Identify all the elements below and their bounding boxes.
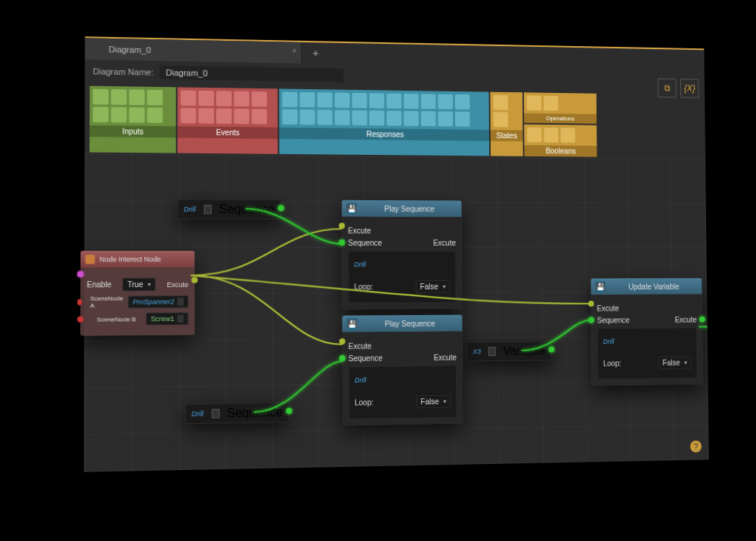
play1-sequence-in[interactable] [339,240,345,246]
play2-loop-label: Loop: [355,398,373,407]
play2-out-label: Excute [434,354,457,362]
group-responses[interactable]: Responses [279,88,489,156]
seq2-label: Sequence [227,406,283,420]
group-states[interactable]: States [490,92,522,156]
group-responses-label: Responses [279,128,489,141]
var-item: X3 [472,348,481,355]
doc-icon [212,409,219,418]
group-states-label: States [491,130,523,141]
play2-sequence-in[interactable] [339,355,345,361]
group-events[interactable]: Events [178,87,278,153]
update-out-label: Excute [675,316,697,324]
save-icon: 💾 [595,281,606,292]
group-operations[interactable]: Operations [524,92,596,123]
play1-loop-select[interactable]: False [416,280,451,293]
node-interect[interactable]: Node Interect Node EnableTrueExcute Scen… [80,251,194,335]
port-sceneA[interactable] [77,299,82,305]
play1-out-label: Excute [433,239,456,247]
play1-loop-label: Loop: [354,283,373,291]
seq1-item: Drill [184,206,196,213]
update-title: Update Variable [609,282,697,290]
enable-select[interactable]: True [122,278,156,292]
update-loop-select[interactable]: False [658,357,692,369]
update-item: Drill [603,338,615,345]
play1-item: Drill [354,261,366,268]
node-interect-title: Node Interect Node [100,255,161,263]
play1-excute-in[interactable] [339,223,345,229]
play2-item: Drill [355,376,367,384]
node-icon [85,255,95,264]
doc-icon [488,347,496,356]
var-out-port[interactable] [548,346,554,352]
group-right-col: Operations Booleans [524,92,597,156]
label-sceneA: SceneNode A [90,295,123,309]
diagram-name-input[interactable] [160,66,343,82]
tab-diagram[interactable]: Diagram_0 × [85,38,302,63]
update-loop-label: Loop: [603,359,621,367]
port-enable-in[interactable] [77,271,83,277]
seq2-out-port[interactable] [286,408,292,414]
tab-add-button[interactable]: + [302,47,329,60]
save-icon: 💾 [347,318,358,329]
sceneB-value[interactable]: Screw1 [146,313,188,326]
group-inputs[interactable]: Inputs [89,86,175,153]
sequence-chip-2[interactable]: Drill Sequence [185,403,289,425]
port-excute-out[interactable] [191,277,197,283]
tab-close-icon[interactable]: × [292,47,296,55]
update-excute-label: Excute [596,305,618,313]
seq1-out-port[interactable] [277,205,284,211]
group-booleans[interactable]: Booleans [524,125,596,157]
seq1-label: Sequence [219,202,274,217]
play1-excute-label: Excute [348,227,371,235]
tab-title: Diagram_0 [109,45,151,54]
seq2-item: Drill [191,410,203,417]
node-play-sequence-1[interactable]: 💾Play Sequence Excute SequenceExcute Dri… [342,200,462,310]
label-sceneB: SceneNode B [97,316,136,323]
save-icon: 💾 [346,203,357,214]
sceneA-value[interactable]: ProSpanner2 [128,295,188,308]
play2-title: Play Sequence [362,319,458,328]
play2-excute-in[interactable] [339,339,345,345]
play1-seq-label: Sequence [348,239,382,247]
play2-loop-select[interactable]: False [416,395,451,409]
node-play-sequence-2[interactable]: 💾Play Sequence Excute SequenceExcute Dri… [342,315,463,425]
node-update-variable[interactable]: 💾Update Variable Excute SequenceExcute D… [591,278,703,385]
play1-settings: Drill Loop:False [348,251,456,303]
label-enable: Enable [87,280,112,289]
update-seq-label: Sequence [597,316,630,324]
update-settings: Drill Loop:False [597,327,698,379]
tool-groups: Inputs Events Responses States Operation… [85,82,705,160]
play2-settings: Drill Loop:False [349,366,457,419]
group-operations-label: Operations [524,113,596,124]
diagram-name-label: Diagram Name: [93,66,153,77]
diagram-panel: Diagram_0 × + Diagram Name: ⧉ {X} Inputs… [84,36,709,471]
port-sceneB[interactable] [77,316,83,322]
var-label: Variable [503,345,545,358]
update-sequence-in[interactable] [588,317,594,323]
update-out-port[interactable] [699,317,705,323]
update-excute-in[interactable] [588,301,594,307]
group-booleans-label: Booleans [525,145,597,157]
variable-chip[interactable]: X3 Variable [466,342,551,362]
play1-title: Play Sequence [361,204,457,212]
label-excute-out: Excute [167,280,188,288]
play2-excute-label: Excute [349,342,372,351]
play2-seq-label: Sequence [349,354,383,363]
sequence-chip-1[interactable]: Drill Sequence [178,199,281,220]
group-events-label: Events [178,126,278,139]
doc-icon [203,205,211,214]
group-inputs-label: Inputs [89,125,175,138]
